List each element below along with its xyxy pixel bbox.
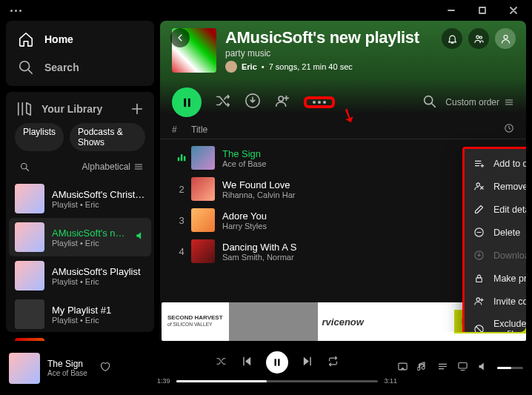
library-add-button[interactable] (129, 101, 145, 117)
next-button[interactable] (302, 355, 314, 371)
ctx-item-download: Download (465, 244, 526, 267)
now-playing-art[interactable] (9, 353, 40, 384)
nav-home[interactable]: Home (10, 25, 150, 53)
friends-button[interactable] (468, 28, 489, 49)
context-menu: Add to queueRemove from profileEdit deta… (462, 147, 526, 332)
track-artist: Sam Smith, Normar (222, 253, 477, 262)
playlist-owner[interactable]: Eric (242, 62, 257, 71)
track-title: We Found Love (222, 179, 477, 190)
library-label: Your Library (41, 103, 102, 115)
track-artist: Ace of Base (222, 159, 477, 168)
track-number: 2 (172, 184, 191, 195)
library-icon (16, 101, 33, 117)
ctx-item-exclude[interactable]: Exclude from your taste profile (465, 313, 526, 332)
back-button[interactable] (170, 28, 190, 47)
svg-rect-12 (177, 157, 179, 161)
svg-point-10 (425, 96, 433, 104)
now-playing-view-button[interactable] (397, 361, 408, 375)
lyrics-button[interactable] (417, 361, 428, 375)
now-playing-title[interactable]: The Sign (47, 359, 87, 369)
now-playing-artist[interactable]: Ace of Base (47, 369, 87, 377)
invite-icon (473, 296, 485, 307)
queue-button[interactable] (437, 361, 448, 375)
notifications-button[interactable] (442, 28, 462, 49)
col-title: Title (191, 125, 477, 135)
svg-rect-14 (183, 156, 184, 162)
play-button[interactable] (172, 87, 202, 117)
nav-search[interactable]: Search (10, 53, 150, 82)
sort-order-button[interactable]: Custom order (445, 97, 514, 107)
svg-point-15 (476, 183, 479, 186)
mute-button[interactable] (477, 361, 488, 375)
ctx-item-label: Remove from profile (493, 182, 526, 192)
svg-point-19 (476, 298, 479, 301)
previous-button[interactable] (240, 355, 253, 371)
track-number: 3 (172, 215, 191, 226)
ctx-item-remove[interactable]: Remove from profile (465, 175, 526, 198)
player-bar: The Sign Ace of Base 1:39 3:11 (0, 341, 532, 395)
ctx-item-delete[interactable]: Delete (465, 221, 526, 244)
library-item[interactable]: AMusicSoft's Christmas...Playlist • Eric (9, 179, 151, 218)
total-time: 3:11 (384, 377, 397, 385)
track-artist: Rihanna, Calvin Har (222, 190, 477, 199)
ctx-item-edit[interactable]: Edit details (465, 198, 526, 221)
window-close-button[interactable] (498, 0, 529, 21)
track-title: Adore You (222, 210, 477, 222)
ad-vendor: rvicenow (318, 316, 364, 328)
like-button[interactable] (99, 361, 110, 375)
library-button[interactable]: Your Library (16, 101, 102, 117)
track-art (191, 146, 215, 170)
track-search-button[interactable] (422, 93, 438, 112)
library-sort-label: Alphabetical (82, 162, 130, 172)
library-item[interactable]: AMusicSoft's PlaylistPlaylist • Eric (9, 256, 151, 295)
sort-order-label: Custom order (445, 97, 499, 107)
library-item-subtitle: Playlist • Eric (52, 200, 145, 209)
ctx-item-label: Add to queue (493, 159, 526, 169)
app-menu-icon[interactable] (10, 10, 21, 12)
svg-point-3 (476, 36, 479, 39)
ctx-item-invite[interactable]: Invite collaborators (465, 290, 526, 313)
playlist-description: party music (225, 48, 419, 59)
play-pause-button[interactable] (266, 351, 288, 374)
search-icon (18, 59, 34, 76)
now-playing-icon (172, 152, 191, 164)
filter-chip-playlists[interactable]: Playlists (15, 123, 64, 151)
library-item-title: AMusicSoft's ne... (52, 228, 127, 239)
devices-button[interactable] (457, 361, 468, 375)
svg-rect-6 (184, 98, 186, 106)
playlist-art (15, 261, 44, 291)
progress-bar[interactable] (176, 380, 379, 382)
ctx-item-label: Exclude from your taste profile (493, 319, 526, 332)
svg-rect-13 (180, 154, 182, 161)
more-options-button[interactable] (304, 96, 335, 108)
library-item[interactable]: My Playlist #1Playlist • Eric (9, 295, 151, 333)
playlist-meta: 7 songs, 21 min 40 sec (269, 62, 353, 71)
ctx-item-label: Download (493, 250, 526, 261)
shuffle-button[interactable] (215, 93, 231, 112)
window-maximize-button[interactable] (467, 0, 498, 21)
filter-chip-podcasts[interactable]: Podcasts & Shows (70, 123, 145, 151)
download-button[interactable] (245, 93, 261, 112)
volume-slider[interactable] (497, 367, 523, 369)
svg-rect-18 (476, 278, 482, 282)
track-art (191, 177, 215, 201)
svg-point-9 (279, 96, 283, 101)
svg-rect-0 (479, 7, 485, 13)
svg-rect-24 (459, 363, 467, 369)
window-minimize-button[interactable] (436, 0, 467, 21)
ctx-item-lock[interactable]: Make private (465, 267, 526, 290)
window-titlebar (0, 0, 532, 21)
remove-icon (473, 181, 485, 192)
library-sort-button[interactable]: Alphabetical (82, 162, 144, 172)
shuffle-button[interactable] (216, 356, 227, 370)
track-artist: Harry Styles (222, 222, 477, 230)
ctx-item-queue[interactable]: Add to queue (465, 152, 526, 175)
ctx-item-label: Make private (493, 273, 526, 284)
delete-icon (473, 227, 485, 238)
track-title: The Sign (222, 148, 477, 159)
library-item[interactable]: AMusicSoft's ne...Playlist • Eric (9, 218, 151, 256)
library-search-button[interactable] (16, 159, 33, 175)
profile-button[interactable] (495, 28, 516, 49)
invite-button[interactable] (274, 93, 290, 112)
repeat-button[interactable] (327, 356, 339, 370)
